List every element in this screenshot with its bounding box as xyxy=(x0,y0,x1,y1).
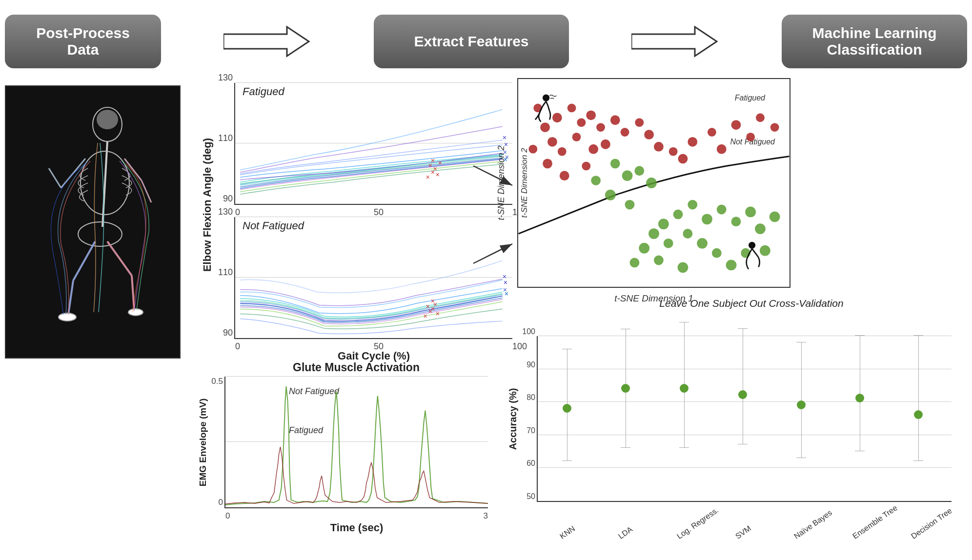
svg-point-87 xyxy=(712,248,722,258)
svg-point-68 xyxy=(746,133,755,141)
svg-point-59 xyxy=(560,171,569,180)
not-fatigued-chart: Not Fatigued 90 110 130 0 50 100 Gait Cy… xyxy=(234,217,488,339)
svg-point-77 xyxy=(717,205,727,215)
svg-point-65 xyxy=(731,120,741,130)
svg-point-57 xyxy=(601,140,610,149)
accuracy-title: Leave One Subject Out Cross-Validation xyxy=(659,298,843,309)
svg-point-76 xyxy=(702,214,712,224)
svg-text:×: × xyxy=(431,297,435,305)
svg-point-78 xyxy=(639,243,649,254)
svg-point-101 xyxy=(749,242,755,249)
svg-point-67 xyxy=(678,154,688,164)
svg-text:×: × xyxy=(504,279,507,286)
svg-point-44 xyxy=(540,122,550,132)
svg-point-15 xyxy=(59,313,76,321)
fatigued-chart-box: Fatigued 90 110 130 0 50 100 xyxy=(234,83,512,205)
tsne-scatter: t-SNE Dimension 2 t-SNE Dimension 1 Fati… xyxy=(517,78,790,288)
svg-point-63 xyxy=(688,137,697,147)
svg-point-90 xyxy=(678,262,688,273)
svg-point-52 xyxy=(572,133,581,141)
svg-text:×: × xyxy=(436,310,440,318)
svg-point-42 xyxy=(552,113,562,122)
pipeline-step1: Post-Process Data xyxy=(5,15,161,68)
svg-point-85 xyxy=(629,258,639,268)
svg-point-45 xyxy=(577,118,586,127)
svg-point-74 xyxy=(648,228,659,239)
svg-point-81 xyxy=(664,239,673,248)
svg-point-71 xyxy=(717,144,727,154)
skeleton-image xyxy=(5,85,181,359)
svg-point-100 xyxy=(543,95,549,101)
svg-point-72 xyxy=(658,219,669,229)
svg-point-94 xyxy=(622,170,633,181)
svg-point-82 xyxy=(755,223,766,234)
svg-point-73 xyxy=(673,209,683,219)
y-axis-label: Elbow Flexion Angle (deg) xyxy=(201,138,214,272)
svg-text:×: × xyxy=(431,157,435,164)
svg-point-53 xyxy=(610,115,620,125)
svg-point-3 xyxy=(97,110,118,129)
svg-text:×: × xyxy=(436,171,440,179)
pipeline-header: Post-Process Data Extract Features Machi… xyxy=(5,5,967,78)
elbow-charts-area: Elbow Flexion Angle (deg) Fatigued 90 11… xyxy=(195,78,488,351)
svg-point-83 xyxy=(683,229,692,239)
svg-point-92 xyxy=(760,245,770,256)
pipeline-step2: Extract Features xyxy=(374,15,569,68)
svg-point-95 xyxy=(591,176,601,185)
svg-point-97 xyxy=(634,166,644,176)
svg-point-79 xyxy=(731,217,741,226)
svg-text:×: × xyxy=(438,159,442,167)
accuracy-area: Leave One Subject Out Cross-Validation A… xyxy=(498,298,966,541)
svg-point-98 xyxy=(646,178,657,188)
svg-point-64 xyxy=(708,128,716,137)
svg-point-99 xyxy=(625,200,635,210)
svg-point-62 xyxy=(669,147,678,156)
svg-point-61 xyxy=(644,130,654,140)
svg-point-56 xyxy=(621,128,629,137)
svg-point-58 xyxy=(635,118,644,127)
svg-point-16 xyxy=(128,309,143,316)
svg-point-43 xyxy=(567,104,576,113)
svg-point-66 xyxy=(756,113,765,122)
svg-point-96 xyxy=(605,190,616,200)
svg-point-86 xyxy=(697,238,708,249)
emg-title: Glute Muscle Activation xyxy=(293,361,420,374)
svg-point-55 xyxy=(588,144,598,154)
svg-point-49 xyxy=(586,110,596,120)
arrow2 xyxy=(569,22,782,61)
svg-text:×: × xyxy=(423,312,427,320)
emg-xlabel: Time (sec) xyxy=(330,521,383,534)
svg-point-60 xyxy=(582,161,590,170)
fatigued-chart: Fatigued 90 110 130 0 50 100 xyxy=(234,83,488,205)
svg-text:t-SNE Dimension 2: t-SNE Dimension 2 xyxy=(520,148,529,218)
svg-point-91 xyxy=(654,256,664,265)
emg-area: Glute Muscle Activation EMG Envelope (mV… xyxy=(195,361,488,551)
svg-point-75 xyxy=(688,200,697,210)
svg-point-6 xyxy=(78,222,122,246)
svg-point-69 xyxy=(654,142,664,152)
svg-line-8 xyxy=(49,168,61,188)
emg-ytick-max: 0.5 xyxy=(211,377,223,386)
svg-point-51 xyxy=(543,159,552,168)
svg-line-13 xyxy=(107,241,132,276)
svg-point-93 xyxy=(610,159,620,168)
svg-point-88 xyxy=(726,260,737,271)
svg-line-11 xyxy=(73,241,95,280)
not-fatigued-chart-box: Not Fatigued 90 110 130 0 50 100 Gait Cy… xyxy=(234,217,512,339)
svg-marker-1 xyxy=(631,27,717,56)
emg-xtick-max: 3 xyxy=(484,511,488,521)
svg-text:×: × xyxy=(505,290,508,298)
svg-point-80 xyxy=(745,207,756,218)
svg-point-48 xyxy=(558,147,567,156)
svg-point-84 xyxy=(770,211,780,222)
svg-point-70 xyxy=(770,123,779,132)
svg-marker-0 xyxy=(223,27,309,56)
arrow1 xyxy=(161,22,374,61)
svg-point-54 xyxy=(528,145,537,154)
svg-text:×: × xyxy=(426,174,430,181)
svg-point-46 xyxy=(547,137,557,147)
svg-point-50 xyxy=(596,123,605,132)
pipeline-step3: Machine Learning Classification xyxy=(782,15,967,68)
